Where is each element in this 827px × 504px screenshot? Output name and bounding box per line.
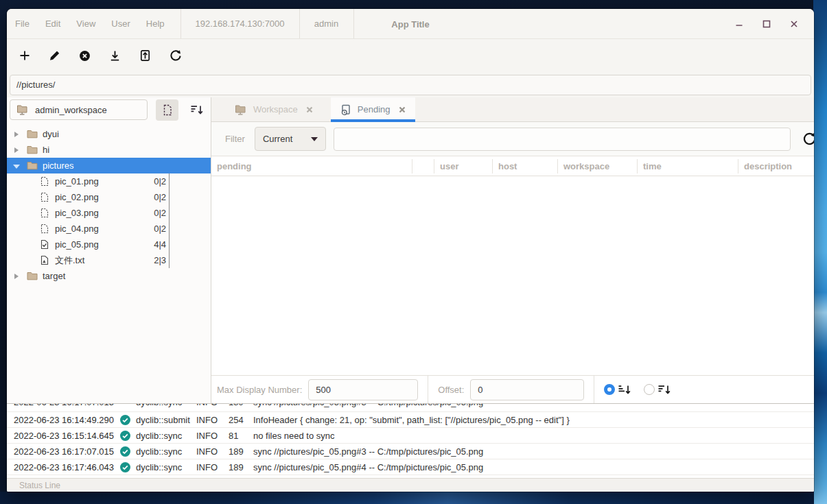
maximize-icon [762, 20, 771, 28]
log-message: sync //pictures/pic_05.png#4 -- C:/tmp/p… [253, 462, 814, 472]
close-button[interactable] [789, 19, 799, 29]
folder-icon [26, 130, 38, 139]
tree-row-label: dyui [43, 129, 59, 139]
menu-user[interactable]: User [111, 19, 130, 29]
sort-descending-radio[interactable] [644, 384, 655, 395]
tree-row-label: pic_02.png [55, 192, 99, 202]
sync-count: 4|4 [148, 237, 170, 252]
expand-arrow-icon[interactable] [13, 131, 20, 138]
tree-row-wenjian-txt[interactable]: 文件.txt 2|3 [7, 252, 211, 268]
max-display-label: Max Display Number: [217, 385, 302, 395]
sync-count: 0|2 [148, 221, 170, 237]
tree-row-pic-04[interactable]: pic_04.png 0|2 [7, 221, 211, 237]
column-header-blank[interactable] [412, 159, 434, 173]
filter-bar: Filter Current [211, 122, 814, 156]
submit-button[interactable] [139, 49, 152, 62]
minimize-button[interactable] [734, 19, 744, 29]
changelist-button[interactable] [156, 99, 178, 121]
path-input[interactable] [10, 75, 811, 95]
edit-pencil-icon [49, 50, 60, 62]
log-row[interactable]: 2022-06-23 16:14:49.290 dyclib::submit I… [7, 412, 814, 428]
tree-row-label: pic_04.png [55, 224, 99, 234]
add-button[interactable] [18, 49, 31, 62]
tree-row-dyui[interactable]: dyui [7, 126, 211, 142]
collapse-arrow-icon[interactable] [13, 163, 20, 169]
menu-help[interactable]: Help [146, 19, 165, 29]
log-timestamp: 2022-06-23 16:15:14.645 [14, 431, 120, 441]
tree-row-pictures[interactable]: pictures [7, 158, 211, 173]
tree-row-pic-03[interactable]: pic_03.png 0|2 [7, 205, 211, 221]
tab-pending[interactable]: Pending [331, 97, 415, 121]
column-header-description[interactable]: description [738, 159, 814, 173]
desktop-wallpaper-right-strip [813, 0, 827, 504]
sidebar: admin_workspace [7, 97, 211, 403]
log-row[interactable]: 2022-06-23 16:17:07.015 dyclib::sync INF… [7, 444, 814, 459]
tree-row-pic-01[interactable]: pic_01.png 0|2 [7, 173, 211, 189]
log-row[interactable]: 2022-06-23 16:17:46.043 dyclib::sync INF… [7, 459, 814, 475]
sort-ascending-icon [618, 384, 633, 396]
tab-close-button[interactable] [399, 106, 406, 113]
maximize-button[interactable] [762, 19, 771, 29]
tree-row-hi[interactable]: hi [7, 142, 211, 158]
log-level: INFO [196, 415, 229, 425]
file-synced-icon [38, 239, 50, 250]
window-title: App Title [391, 19, 429, 29]
filter-dropdown[interactable]: Current [255, 127, 326, 151]
max-display-input[interactable] [308, 379, 418, 400]
log-row[interactable]: 2022-06-23 16:15:14.645 dyclib::sync INF… [7, 428, 814, 444]
titlebar-divider [353, 9, 354, 38]
refresh-button[interactable] [169, 49, 182, 62]
log-source: dyclib::submit [136, 415, 196, 425]
current-user: admin [300, 9, 353, 38]
expand-arrow-icon[interactable] [13, 147, 20, 154]
tree-row-pic-05[interactable]: pic_05.png 4|4 [7, 237, 211, 252]
tab-workspace[interactable]: Workspace [225, 97, 323, 121]
file-tree: dyui hi pictures [7, 122, 211, 403]
folder-icon [26, 145, 38, 154]
sort-ascending-radio[interactable] [604, 384, 615, 395]
log-message: no files need to sync [253, 431, 814, 441]
close-icon [790, 20, 798, 28]
column-header-workspace[interactable]: workspace [558, 159, 638, 173]
file-dashed-icon [38, 176, 50, 187]
main-area: admin_workspace [7, 97, 814, 403]
column-header-time[interactable]: time [638, 159, 738, 173]
offset-input[interactable] [470, 379, 584, 400]
server-address: 192.168.174.130:7000 [181, 9, 299, 38]
tab-bar: Workspace Pending [211, 97, 814, 122]
workspace-selector-value: admin_workspace [35, 105, 107, 115]
tree-row-pic-02[interactable]: pic_02.png 0|2 [7, 189, 211, 205]
success-check-icon [120, 462, 130, 472]
log-source: dyclib::sync [136, 462, 196, 472]
workspace-selector[interactable]: admin_workspace [10, 99, 148, 120]
menu-view[interactable]: View [76, 19, 95, 29]
tree-sort-button[interactable] [188, 101, 206, 118]
revert-circle-x-icon [79, 50, 91, 62]
refresh-pending-button[interactable] [802, 132, 814, 147]
menu-edit[interactable]: Edit [45, 19, 60, 29]
log-timestamp: 2022-06-23 16:14:49.290 [14, 415, 120, 425]
path-bar [7, 72, 814, 97]
log-level: INFO [196, 431, 229, 441]
tree-row-target[interactable]: target [7, 268, 211, 284]
download-button[interactable] [108, 49, 121, 62]
menu-file[interactable]: File [15, 19, 30, 29]
offset-label: Offset: [438, 385, 464, 395]
revert-button[interactable] [78, 49, 91, 62]
status-line-text: Status Line [19, 481, 60, 490]
tab-close-button[interactable] [306, 106, 313, 113]
success-check-icon [120, 415, 130, 425]
edit-button[interactable] [48, 49, 61, 62]
column-header-host[interactable]: host [493, 159, 558, 173]
filter-search-input[interactable] [334, 128, 791, 151]
tree-row-label: hi [43, 145, 49, 155]
dashed-file-icon [163, 104, 172, 116]
pending-table-body [211, 176, 814, 375]
expand-arrow-icon[interactable] [13, 273, 20, 280]
file-dashed-icon [38, 224, 50, 234]
close-icon [306, 106, 313, 113]
tree-row-label: pictures [43, 160, 74, 171]
column-header-user[interactable]: user [434, 159, 493, 173]
column-header-pending[interactable]: pending [211, 159, 412, 173]
filter-label: Filter [225, 134, 245, 144]
